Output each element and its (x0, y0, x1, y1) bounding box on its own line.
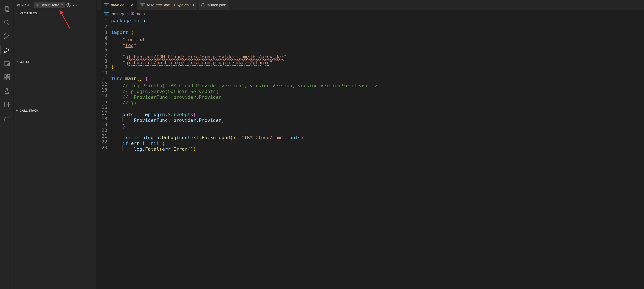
tab-label: launch.json (207, 3, 226, 7)
svg-point-22 (68, 4, 69, 6)
play-icon (36, 3, 39, 7)
breadcrumb[interactable]: GO main.go › main (96, 10, 644, 18)
breadcrumb-file[interactable]: GO main.go (104, 11, 126, 16)
debug-header: RUN AN… Debug Terra ··· (14, 0, 96, 10)
svg-point-6 (8, 34, 9, 36)
go-file-icon: GO (140, 3, 145, 7)
activity-remote[interactable] (0, 57, 14, 70)
search-icon (4, 19, 10, 26)
debug-sidebar: RUN AN… Debug Terra ··· VARIABLES WATCH … (14, 0, 96, 289)
line-gutter: 1234567891011121314151617181920212223 (96, 18, 111, 289)
section-variables-header[interactable]: VARIABLES (14, 10, 96, 16)
tabs: GO main.go 2 GO resource_ibm_is_vpc.go 9… (96, 0, 644, 10)
gear-icon (66, 3, 71, 7)
watch-body (14, 65, 96, 108)
svg-point-5 (4, 37, 6, 39)
activity-bar: ··· (0, 0, 14, 289)
svg-rect-19 (7, 77, 10, 80)
svg-point-4 (4, 33, 6, 35)
activity-more[interactable]: ··· (0, 126, 14, 140)
config-name: Debug Terra (40, 3, 60, 7)
tab-spacer (96, 0, 101, 10)
section-watch-header[interactable]: WATCH (14, 59, 96, 65)
tab-problems-count: 9+ (190, 3, 194, 7)
breadcrumb-symbol[interactable]: main (130, 11, 145, 16)
breadcrumb-file-label: main.go (110, 11, 126, 16)
chevron-right-icon: › (127, 11, 129, 16)
module-icon (130, 11, 134, 16)
breadcrumb-symbol-label: main (136, 11, 145, 16)
configure-button[interactable] (66, 3, 71, 7)
extensions-icon (4, 74, 10, 81)
tab-resource-vpc[interactable]: GO resource_ibm_is_vpc.go 9+ (137, 0, 198, 10)
branch-icon (4, 33, 10, 40)
svg-rect-18 (4, 77, 6, 80)
activity-references[interactable] (0, 98, 14, 111)
tab-label: main.go (111, 3, 124, 7)
code-editor[interactable]: 1234567891011121314151617181920212223 pa… (96, 18, 644, 289)
activity-testing[interactable] (0, 84, 14, 98)
activity-search[interactable] (0, 16, 14, 29)
files-icon (4, 5, 10, 12)
tab-problems-count: 2 (126, 3, 128, 7)
activity-run-debug[interactable] (0, 43, 14, 57)
remote-icon (4, 60, 10, 67)
code-content[interactable]: package mainimport ( "context" "log" "gi… (111, 18, 644, 289)
json-file-icon: {} (201, 3, 205, 7)
panel-title: RUN AN… (16, 3, 33, 7)
section-callstack-header[interactable]: CALL STACK (14, 108, 96, 114)
chevron-down-icon (16, 109, 18, 112)
svg-line-3 (8, 23, 10, 25)
tab-launch-json[interactable]: {} launch.json (198, 0, 230, 10)
editor-area: GO main.go 2 GO resource_ibm_is_vpc.go 9… (96, 0, 644, 289)
section-label: VARIABLES (20, 11, 37, 15)
references-icon (4, 101, 10, 108)
chevron-down-icon (16, 60, 18, 63)
tab-main-go[interactable]: GO main.go 2 (101, 0, 137, 10)
share-icon (4, 115, 10, 122)
ellipsis-icon: ··· (4, 130, 9, 136)
flask-icon (4, 87, 10, 94)
ellipsis-icon: ··· (73, 3, 78, 8)
activity-extensions[interactable] (0, 70, 14, 84)
svg-point-2 (4, 20, 8, 24)
close-icon (130, 3, 134, 7)
svg-rect-17 (4, 75, 6, 77)
svg-rect-21 (4, 102, 8, 107)
variables-body (14, 16, 96, 59)
section-label: WATCH (20, 60, 30, 64)
go-file-icon: GO (104, 12, 109, 16)
activity-scm[interactable] (0, 29, 14, 43)
tab-label: resource_ibm_is_vpc.go (147, 3, 189, 7)
more-actions-button[interactable]: ··· (72, 3, 79, 8)
svg-rect-20 (7, 74, 10, 77)
run-debug-icon (4, 46, 10, 53)
go-file-icon: GO (104, 3, 109, 7)
chevron-down-icon (16, 12, 18, 15)
debug-config-selector[interactable]: Debug Terra (34, 2, 65, 8)
section-label: CALL STACK (20, 109, 38, 112)
chevron-down-icon (60, 3, 64, 7)
activity-share[interactable] (0, 111, 14, 125)
tab-close-button[interactable] (130, 3, 134, 7)
activity-explorer[interactable] (0, 2, 14, 16)
